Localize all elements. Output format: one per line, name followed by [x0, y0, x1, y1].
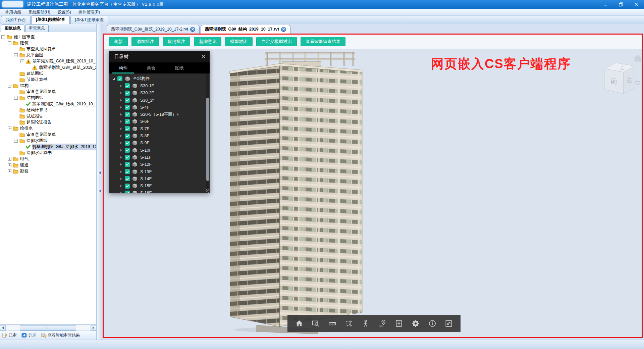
tree-item[interactable]: +勘察: [0, 168, 96, 174]
collapsed-arrow-icon[interactable]: [120, 120, 122, 123]
catalog-item[interactable]: S-12F: [109, 161, 210, 168]
cube-face-front[interactable]: 前: [610, 77, 618, 85]
checkbox-checked[interactable]: [125, 134, 130, 139]
tree-item[interactable]: 翡翠湖别院_G8#_结构_2019_10_17. r: [0, 101, 96, 107]
catalog-root-item[interactable]: 全部构件: [109, 75, 210, 82]
checkbox-checked[interactable]: [125, 184, 130, 189]
checkbox-checked[interactable]: [125, 191, 130, 193]
review-button[interactable]: 自定义模型对比: [256, 37, 297, 46]
collapsed-arrow-icon[interactable]: [120, 163, 122, 166]
workspace-tab[interactable]: [单体1]模型审查: [31, 15, 70, 24]
cube-menu-chevron-icon[interactable]: [634, 81, 642, 86]
scroll-right-arrow-icon[interactable]: [91, 325, 96, 331]
expand-toggle-icon[interactable]: +: [8, 157, 11, 161]
checkbox-checked[interactable]: [125, 119, 130, 124]
splitter-grip[interactable]: [100, 176, 100, 188]
review-button[interactable]: 查看智能审查结果: [301, 37, 345, 46]
document-tab[interactable]: 翡翠湖别院_G8#_建筑_2019_10_17-2.rvt: [107, 25, 200, 34]
catalog-panel-header[interactable]: 目录树 ✕: [109, 51, 210, 62]
menu-item[interactable]: 常用功能: [1, 9, 25, 15]
menu-item[interactable]: 插件管理(P): [75, 9, 104, 15]
info-icon[interactable]: [427, 318, 438, 329]
checkbox-checked[interactable]: [125, 148, 130, 153]
collapsed-arrow-icon[interactable]: [120, 85, 122, 87]
tree-item[interactable]: −结构: [0, 83, 96, 89]
tree-item[interactable]: 建筑图纸: [0, 70, 96, 77]
collapsed-arrow-icon[interactable]: [120, 128, 122, 130]
collapsed-arrow-icon[interactable]: [120, 99, 122, 102]
review-button[interactable]: 取消批注: [163, 37, 190, 46]
viewpoint-pin-icon[interactable]: [377, 318, 388, 329]
tree-item[interactable]: −施工图审查: [0, 34, 96, 40]
checkbox-checked[interactable]: [125, 162, 130, 167]
catalog-item[interactable]: S30-1F: [109, 82, 210, 89]
scroll-left-arrow-icon[interactable]: [0, 325, 6, 331]
catalog-item[interactable]: S30-5（5-18平面）F: [109, 111, 210, 118]
checkbox-checked[interactable]: [125, 126, 130, 131]
checkbox-checked[interactable]: [125, 91, 130, 96]
zoom-window-icon[interactable]: [310, 318, 321, 329]
tree-item[interactable]: −给排水: [0, 126, 96, 132]
catalog-tab[interactable]: 集合: [137, 62, 165, 73]
catalog-item[interactable]: S-10F: [109, 147, 210, 154]
catalog-item[interactable]: S-13F: [109, 168, 210, 175]
properties-list-icon[interactable]: [393, 318, 405, 329]
catalog-item[interactable]: S-8F: [109, 132, 210, 139]
tree-item[interactable]: 审查意见回复单: [0, 89, 96, 95]
tree-item[interactable]: −结构图纸: [0, 95, 96, 101]
measure-ruler-icon[interactable]: [327, 318, 338, 329]
resize-handle[interactable]: [206, 189, 209, 193]
checkbox-checked[interactable]: [125, 83, 130, 88]
collapse-toggle-icon[interactable]: −: [14, 53, 18, 57]
tree-item[interactable]: 给排水计算书: [0, 150, 96, 156]
collapsed-arrow-icon[interactable]: [120, 135, 122, 137]
menu-item[interactable]: 设置(S): [54, 9, 75, 15]
section-box-icon[interactable]: [343, 318, 355, 329]
scrollbar-track[interactable]: [6, 325, 91, 331]
left-panel-tab[interactable]: 审查意见: [25, 24, 49, 32]
review-button[interactable]: 模型对比: [225, 37, 253, 46]
checkbox-checked[interactable]: [125, 176, 130, 181]
collapsed-arrow-icon[interactable]: [120, 113, 122, 116]
tree-item[interactable]: 节能计算书: [0, 77, 96, 83]
close-icon[interactable]: [629, 0, 644, 9]
catalog-item[interactable]: S-16F: [109, 190, 210, 193]
collapsed-arrow-icon[interactable]: [120, 192, 122, 193]
tree-item[interactable]: −总平面图: [0, 52, 96, 58]
catalog-item[interactable]: S-11F: [109, 154, 210, 161]
minimize-icon[interactable]: [598, 0, 613, 9]
panel-splitter[interactable]: [97, 24, 103, 340]
catalog-item[interactable]: S-6F: [109, 118, 210, 125]
collapsed-arrow-icon[interactable]: [120, 170, 122, 173]
tree-horizontal-scrollbar[interactable]: [0, 325, 96, 331]
tree-item[interactable]: 翡翠湖别院_G8#_建筑_2019_10_1: [0, 64, 96, 70]
status-action-查看智能审查结果[interactable]: 查看智能审查结果: [41, 333, 80, 338]
model-viewer-canvas[interactable]: 网页嵌入CS客户端程序 目录树 ✕ 构件集合图纸 全部构件S30-1FS30-2…: [104, 49, 642, 337]
catalog-item[interactable]: S-14F: [109, 175, 210, 182]
collapsed-arrow-icon[interactable]: [120, 92, 122, 94]
tree-item[interactable]: 结构计算书: [0, 107, 96, 113]
collapse-panel-arrow-icon[interactable]: [99, 190, 101, 192]
collapse-toggle-icon[interactable]: −: [8, 127, 11, 130]
workspace-tab[interactable]: [单体1]图纸审查: [70, 16, 108, 24]
collapse-panel-arrow-icon[interactable]: [99, 171, 101, 174]
catalog-item[interactable]: S-15F: [109, 182, 210, 189]
tree-item[interactable]: −建筑: [0, 40, 96, 46]
collapse-toggle-icon[interactable]: −: [8, 41, 11, 45]
catalog-item[interactable]: S30-2F: [109, 90, 210, 97]
status-action-已审[interactable]: 已审: [2, 333, 17, 338]
document-tab[interactable]: 翡翠湖别院_G8#_结构_2019_10_17.rvt: [201, 25, 290, 34]
tree-item[interactable]: +电气: [0, 156, 96, 162]
catalog-item[interactable]: S30_3f: [109, 97, 210, 104]
menu-item[interactable]: 系统帮助(H): [25, 9, 54, 15]
walk-mode-icon[interactable]: [360, 318, 371, 329]
checkbox-checked[interactable]: [125, 141, 130, 146]
collapsed-arrow-icon[interactable]: [120, 178, 122, 180]
checkbox-checked[interactable]: [125, 155, 130, 160]
expanded-arrow-icon[interactable]: [112, 78, 115, 80]
checkbox-checked[interactable]: [117, 76, 122, 81]
collapse-toggle-icon[interactable]: −: [14, 96, 18, 100]
catalog-item[interactable]: S-7F: [109, 125, 210, 132]
workspace-tab[interactable]: 我的工作台: [1, 16, 31, 24]
collapsed-arrow-icon[interactable]: [120, 156, 122, 159]
